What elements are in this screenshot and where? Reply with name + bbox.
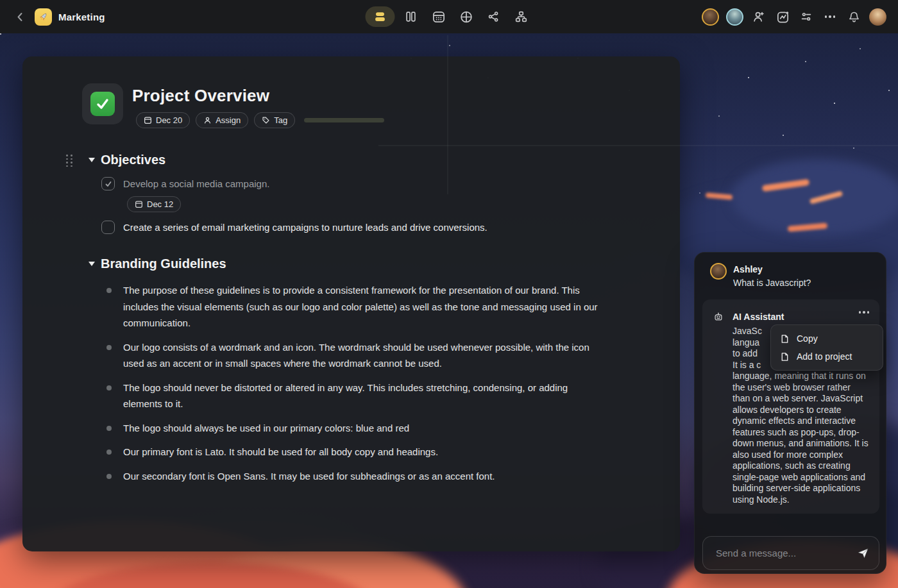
bullet-icon [106,426,112,431]
bullet-item[interactable]: The logo should always be used in our pr… [101,420,608,437]
document-icon-tile[interactable] [82,83,123,124]
due-date-pill[interactable]: Dec 20 [136,112,190,128]
app-window: Marketing [0,0,898,588]
workspace-title: Marketing [58,12,105,22]
todo-date-pill[interactable]: Dec 12 [127,196,181,212]
section-objectives: Objectives Develop a social media campai… [22,153,680,234]
cards-view-button[interactable] [366,6,395,27]
page-title[interactable]: Project Overview [132,86,269,106]
bullet-icon [106,474,112,479]
bullet-text: The purpose of these guidelines is to pr… [123,285,598,328]
assign-pill[interactable]: Assign [196,112,248,128]
sitemap-view-button[interactable] [510,6,533,27]
todo-checkbox-unchecked[interactable] [101,221,115,234]
section-heading-row: Branding Guidelines [22,256,680,271]
todo-item: Create a series of email marketing campa… [101,221,680,234]
collapse-caret-icon[interactable] [89,262,95,266]
bullet-text: Our secondary font is Open Sans. It may … [123,471,495,482]
section-branding-guidelines: Branding Guidelines The purpose of these… [22,256,680,492]
response-context-menu: Copy Add to project [770,324,883,371]
document-panel: Project Overview Dec 20 Assign Tag [22,56,680,551]
ai-response-card: AI Assistant JavaSc langua to add It is … [702,299,879,514]
ai-chat-panel: Ashley What is Javascript? AI Assistant … [694,252,886,574]
bullet-item[interactable]: Our primary font is Lato. It should be u… [101,444,608,460]
add-to-project-menu-item[interactable]: Add to project [771,348,883,365]
view-switcher [366,0,533,33]
copy-doc-icon [780,334,790,344]
topbar-right [702,8,886,26]
todo-text[interactable]: Create a series of email marketing campa… [123,222,487,233]
send-icon[interactable] [856,546,870,560]
section-heading-row: Objectives [22,153,680,167]
bullet-item[interactable]: Our logo consists of a wordmark and an i… [101,339,608,372]
profile-avatar[interactable] [869,8,886,26]
document-meta-row: Dec 20 Assign Tag [136,112,384,128]
copy-menu-item[interactable]: Copy [771,330,883,348]
user-message-text: What is Javascript? [733,276,811,289]
workspace-rocket-icon[interactable] [35,8,52,26]
chat-input-bar [702,536,879,570]
robot-icon [713,311,724,323]
bullet-text: Our primary font is Lato. It should be u… [123,446,438,457]
add-person-icon[interactable] [750,8,767,25]
bullet-icon [106,449,112,455]
bullet-item[interactable]: The logo should never be distorted or al… [101,380,608,412]
activity-icon[interactable] [774,8,791,25]
todo-text[interactable]: Develop a social media campaign. [123,178,269,189]
ashley-avatar[interactable] [710,263,727,280]
ellipsis-icon [825,15,836,18]
ai-response-header: AI Assistant [713,311,784,323]
response-more-icon[interactable] [858,310,871,315]
check-emoji-icon [90,92,115,116]
preferences-icon[interactable] [798,8,815,25]
user-message: Ashley What is Javascript? [710,263,811,289]
bullet-item[interactable]: Our secondary font is Open Sans. It may … [101,468,608,485]
table-view-button[interactable] [427,6,450,27]
star-field [0,33,1,35]
section-title[interactable]: Objectives [101,153,165,167]
chat-message-input[interactable] [715,547,856,559]
todo-checkbox-checked[interactable] [101,177,115,190]
ai-assistant-name: AI Assistant [733,312,784,322]
quadrant-view-button[interactable] [455,6,478,27]
ellipsis-icon [859,311,870,314]
notifications-bell-icon[interactable] [845,8,862,25]
bullet-list: The purpose of these guidelines is to pr… [101,282,608,484]
copy-doc-icon [780,352,790,362]
back-button[interactable] [12,8,28,25]
progress-bar [304,118,384,122]
due-date-label: Dec 20 [156,115,182,125]
share-view-button[interactable] [482,6,505,27]
todo-item: Develop a social media campaign. [101,177,680,190]
bullet-text: The logo should never be distorted or al… [123,382,568,410]
drag-handle-icon[interactable] [66,155,73,167]
bullet-icon [106,385,112,391]
bullet-text: The logo should always be used in our pr… [123,423,409,433]
user-name: Ashley [733,263,811,276]
more-icon[interactable] [822,8,838,25]
assign-label: Assign [216,115,241,125]
section-title[interactable]: Branding Guidelines [101,256,226,271]
bullet-text: Our logo consists of a wordmark and an i… [123,342,589,369]
top-bar: Marketing [0,0,898,33]
collapse-caret-icon[interactable] [89,158,95,162]
todo-date-label: Dec 12 [147,199,173,209]
bullet-icon [106,345,112,350]
add-to-project-menu-label: Add to project [797,351,852,362]
topbar-left: Marketing [12,8,105,26]
collaborator-avatar[interactable] [726,8,743,26]
copy-menu-label: Copy [797,333,818,344]
collaborator-avatar-ashley[interactable] [702,8,719,26]
bullet-icon [106,288,112,293]
tag-pill[interactable]: Tag [254,112,295,128]
tag-label: Tag [274,115,287,125]
columns-view-button[interactable] [400,6,423,27]
bullet-item[interactable]: The purpose of these guidelines is to pr… [101,282,608,332]
